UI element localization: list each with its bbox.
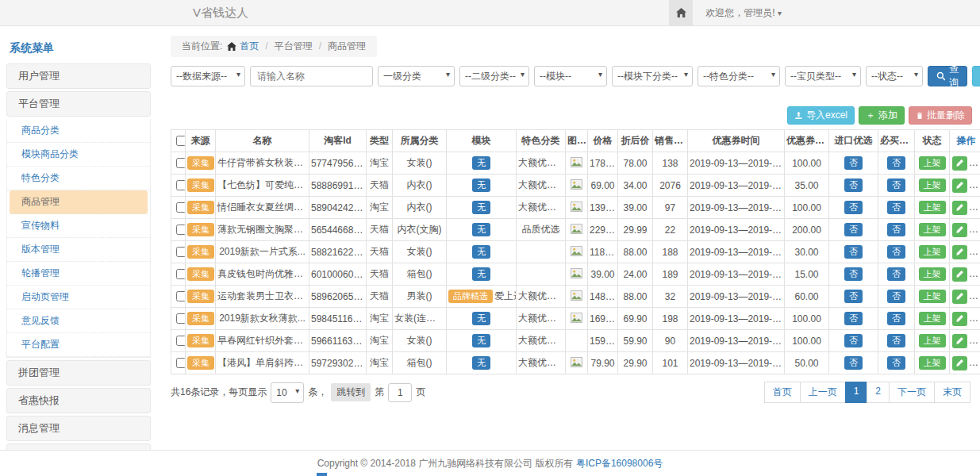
import-excel-button[interactable]: 导入excel	[787, 106, 855, 125]
must-buy-toggle[interactable]: 否	[887, 156, 905, 170]
status-badge[interactable]: 上架	[919, 267, 946, 281]
must-buy-toggle[interactable]: 否	[887, 356, 905, 370]
sidebar-item-意见反馈[interactable]: 意见反馈	[7, 309, 150, 333]
row-checkbox[interactable]	[176, 269, 186, 279]
jump-button[interactable]: 跳转到	[331, 383, 371, 401]
feature-category: 大额优惠券	[517, 308, 566, 330]
must-buy-toggle[interactable]: 否	[887, 334, 905, 347]
sidebar-group-拼团管理[interactable]: 拼团管理	[6, 360, 151, 386]
sidebar-group-省惠快报[interactable]: 省惠快报	[6, 388, 151, 413]
row-checkbox[interactable]	[176, 313, 186, 324]
discount-price: 88.00	[618, 241, 653, 263]
query-button[interactable]: 查询	[928, 66, 967, 86]
row-checkbox[interactable]	[176, 180, 186, 190]
reset-button[interactable]: ↻ 重置	[972, 66, 980, 86]
status-badge[interactable]: 上架	[919, 356, 946, 370]
imported-toggle[interactable]: 否	[844, 223, 863, 236]
must-buy-toggle[interactable]: 否	[887, 245, 905, 259]
sales-count: 2076	[653, 175, 688, 197]
page-button-1[interactable]: 1	[845, 382, 868, 403]
welcome-dropdown[interactable]: 欢迎您，管理员! ▾	[693, 6, 790, 20]
sidebar-item-宣传物料[interactable]: 宣传物料	[7, 214, 150, 238]
imported-toggle[interactable]: 否	[844, 290, 863, 303]
edit-button[interactable]	[952, 178, 967, 193]
imported-toggle[interactable]: 否	[844, 178, 863, 192]
status-badge[interactable]: 上架	[919, 312, 946, 325]
filter-select-特色分类[interactable]: --特色分类--	[698, 66, 780, 86]
imported-toggle[interactable]: 否	[844, 156, 863, 170]
status-badge[interactable]: 上架	[919, 201, 946, 214]
source-badge: 采集	[187, 356, 214, 370]
name-search-input[interactable]	[250, 66, 373, 86]
status-badge[interactable]: 上架	[919, 334, 946, 347]
sidebar-group-用户管理[interactable]: 用户管理	[6, 63, 151, 89]
row-checkbox[interactable]	[176, 247, 186, 257]
row-checkbox[interactable]	[176, 358, 186, 368]
sidebar-group-平台管理[interactable]: 平台管理	[6, 91, 151, 117]
edit-button[interactable]	[952, 223, 967, 237]
horizontal-scrollbar-thumb[interactable]	[317, 473, 327, 476]
filter-select-宝贝类型[interactable]: --宝贝类型--	[785, 66, 861, 86]
page-button-2[interactable]: 2	[867, 382, 890, 403]
edit-button[interactable]	[952, 201, 967, 215]
must-buy-toggle[interactable]: 否	[887, 267, 905, 281]
edit-button[interactable]	[952, 245, 967, 259]
jump-page-input[interactable]	[388, 383, 412, 402]
row-checkbox[interactable]	[176, 225, 186, 235]
row-checkbox[interactable]	[176, 336, 186, 346]
sidebar-item-商品管理[interactable]: 商品管理	[10, 190, 148, 214]
row-checkbox[interactable]	[176, 291, 186, 301]
sidebar-item-平台配置[interactable]: 平台配置	[7, 333, 150, 357]
edit-button[interactable]	[952, 290, 967, 304]
page-button-上一页[interactable]: 上一页	[800, 382, 846, 403]
imported-toggle[interactable]: 否	[844, 267, 863, 281]
filter-select-模块[interactable]: --模块--	[534, 66, 607, 86]
status-badge[interactable]: 上架	[919, 290, 946, 303]
sidebar-item-轮播管理[interactable]: 轮播管理	[7, 262, 150, 286]
status-badge[interactable]: 上架	[919, 245, 946, 259]
edit-button[interactable]	[952, 334, 967, 348]
icp-link[interactable]: 粤ICP备16098006号	[576, 457, 663, 470]
filter-select-一级分类[interactable]: 一级分类	[378, 66, 455, 86]
imported-toggle[interactable]: 否	[844, 356, 863, 370]
sidebar-item-模块商品分类[interactable]: 模块商品分类	[7, 143, 150, 167]
status-badge[interactable]: 上架	[919, 178, 946, 192]
row-checkbox[interactable]	[176, 158, 186, 168]
status-badge[interactable]: 上架	[919, 223, 946, 236]
sidebar-item-版本管理[interactable]: 版本管理	[7, 238, 150, 262]
filter-select-数据来源[interactable]: --数据来源--	[171, 66, 245, 86]
imported-toggle[interactable]: 否	[844, 334, 863, 347]
status-badge[interactable]: 上架	[919, 156, 946, 170]
edit-button[interactable]	[952, 356, 967, 370]
imported-toggle[interactable]: 否	[844, 312, 863, 325]
must-buy-toggle[interactable]: 否	[887, 178, 905, 192]
row-checkbox[interactable]	[176, 202, 186, 213]
sidebar-group-消息管理[interactable]: 消息管理	[6, 416, 151, 441]
sidebar-item-特色分类[interactable]: 特色分类	[7, 167, 150, 190]
add-button[interactable]: ＋ 添加	[859, 106, 905, 125]
select-all-checkbox[interactable]	[176, 136, 186, 146]
filter-select-二级分类[interactable]: --二级分类--	[459, 66, 529, 86]
edit-button[interactable]	[952, 156, 967, 171]
breadcrumb-item-首页[interactable]: 首页	[240, 40, 259, 53]
page-button-末页[interactable]: 末页	[934, 382, 970, 403]
edit-button[interactable]	[952, 312, 967, 326]
top-bar: V省钱达人 欢迎您，管理员! ▾	[0, 0, 980, 26]
filter-select-状态[interactable]: --状态--	[866, 66, 923, 86]
sidebar-item-商品分类[interactable]: 商品分类	[7, 119, 150, 143]
must-buy-toggle[interactable]: 否	[887, 290, 905, 303]
filter-select-模块下分类[interactable]: --模块下分类--	[612, 66, 693, 86]
per-page-select[interactable]: 10	[271, 382, 304, 403]
imported-toggle[interactable]: 否	[844, 201, 863, 214]
pagination-buttons: 首页上一页12下一页末页	[765, 382, 970, 403]
page-button-首页[interactable]: 首页	[764, 382, 801, 403]
imported-toggle[interactable]: 否	[844, 245, 863, 259]
must-buy-toggle[interactable]: 否	[887, 312, 905, 325]
home-button[interactable]	[669, 0, 693, 25]
batch-delete-button[interactable]: 批量删除	[909, 106, 972, 125]
must-buy-toggle[interactable]: 否	[887, 201, 905, 214]
sidebar-item-启动页管理[interactable]: 启动页管理	[7, 286, 150, 309]
page-button-下一页[interactable]: 下一页	[889, 382, 935, 403]
must-buy-toggle[interactable]: 否	[887, 223, 905, 236]
edit-button[interactable]	[952, 267, 967, 282]
